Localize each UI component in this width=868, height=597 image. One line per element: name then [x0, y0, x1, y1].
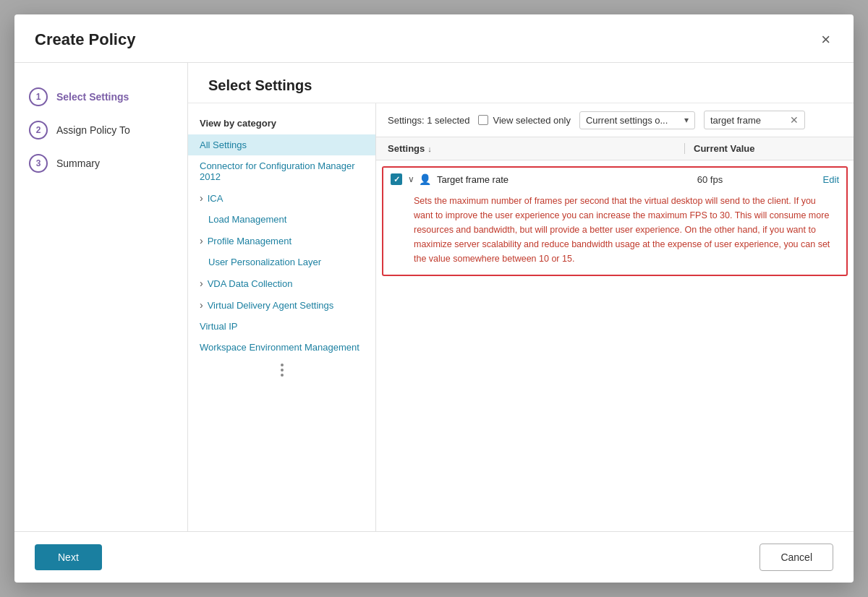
- content-title: Select Settings: [208, 77, 312, 93]
- search-value: target frame: [710, 115, 786, 126]
- vda-data-label: VDA Data Collection: [208, 278, 293, 289]
- setting-name: Target frame rate: [437, 174, 689, 185]
- settings-table: Settings ↓ Current Value: [376, 137, 854, 531]
- sort-arrow-icon[interactable]: ↓: [427, 145, 432, 153]
- virtual-ip-label: Virtual IP: [200, 321, 238, 332]
- dot-2: [281, 369, 284, 371]
- view-selected-toggle[interactable]: View selected only: [478, 115, 570, 126]
- filter-dropdown[interactable]: Current settings o... ▾: [579, 111, 695, 129]
- view-selected-text: View selected only: [493, 115, 570, 126]
- category-workspace-env[interactable]: Workspace Environment Management: [188, 337, 375, 358]
- row-expand-icon[interactable]: ∨: [408, 174, 414, 184]
- category-panel: View by category All Settings Connector …: [188, 103, 376, 531]
- col-settings-label: Settings: [388, 143, 425, 154]
- modal-body: 1 Select Settings 2 Assign Policy To 3 S…: [14, 63, 854, 531]
- close-button[interactable]: ×: [818, 29, 833, 51]
- row-checkbox[interactable]: [391, 173, 402, 185]
- dropdown-text: Current settings o...: [586, 115, 668, 126]
- category-header-label: View by category: [188, 112, 375, 134]
- category-load-management[interactable]: Load Management: [188, 209, 375, 230]
- settings-count: Settings: 1 selected: [388, 115, 469, 126]
- profile-management-label: Profile Management: [208, 236, 292, 246]
- main-content: Select Settings View by category All Set…: [188, 63, 854, 531]
- view-selected-checkbox[interactable]: [478, 115, 488, 125]
- category-all-settings[interactable]: All Settings: [188, 134, 375, 155]
- step-1-circle: 1: [29, 87, 48, 106]
- ica-label: ICA: [208, 193, 224, 204]
- dropdown-arrow-icon: ▾: [684, 115, 689, 125]
- step-2-label: Assign Policy To: [56, 124, 130, 136]
- category-vda-data[interactable]: VDA Data Collection: [188, 272, 375, 294]
- setting-value: 60 fps: [689, 174, 823, 185]
- category-vda-settings[interactable]: Virtual Delivery Agent Settings: [188, 294, 375, 316]
- cancel-button[interactable]: Cancel: [760, 544, 833, 571]
- step-1-label: Select Settings: [56, 91, 129, 103]
- col-settings-header: Settings ↓: [388, 143, 684, 154]
- step-3-circle: 3: [29, 154, 48, 173]
- step-3-label: Summary: [56, 158, 100, 169]
- col-value-header: Current Value: [684, 143, 842, 154]
- person-icon: 👤: [419, 173, 431, 185]
- settings-panel: Settings: 1 selected View selected only …: [376, 103, 854, 531]
- step-2-circle: 2: [29, 121, 48, 139]
- create-policy-modal: Create Policy × 1 Select Settings 2 Assi…: [14, 14, 854, 583]
- setting-row-target-frame: ∨ 👤 Target frame rate 60 fps Edit Sets t…: [382, 166, 848, 276]
- modal-header: Create Policy ×: [14, 14, 854, 63]
- step-summary[interactable]: 3 Summary: [14, 147, 187, 180]
- col-value-label: Current Value: [694, 143, 755, 154]
- workspace-env-label: Workspace Environment Management: [200, 342, 359, 353]
- search-box[interactable]: target frame ✕: [704, 111, 805, 129]
- category-profile-management[interactable]: Profile Management: [188, 230, 375, 252]
- modal-footer: Next Cancel: [14, 531, 854, 583]
- modal-title: Create Policy: [35, 30, 135, 49]
- category-virtual-ip[interactable]: Virtual IP: [188, 316, 375, 337]
- vertical-dots-menu[interactable]: [188, 358, 375, 382]
- connector-label: Connector for Configuration Manager 2012: [200, 160, 364, 182]
- sidebar: 1 Select Settings 2 Assign Policy To 3 S…: [14, 63, 188, 531]
- vda-settings-label: Virtual Delivery Agent Settings: [208, 300, 334, 311]
- step-assign-policy[interactable]: 2 Assign Policy To: [14, 113, 187, 147]
- table-header: Settings ↓ Current Value: [376, 137, 854, 160]
- next-button[interactable]: Next: [35, 544, 102, 570]
- search-clear-icon[interactable]: ✕: [790, 114, 799, 126]
- dot-3: [281, 374, 284, 377]
- edit-link[interactable]: Edit: [823, 174, 839, 185]
- category-user-personalization[interactable]: User Personalization Layer: [188, 252, 375, 272]
- user-personalization-label: User Personalization Layer: [208, 257, 321, 267]
- setting-row-main: ∨ 👤 Target frame rate 60 fps Edit: [383, 168, 846, 191]
- category-connector[interactable]: Connector for Configuration Manager 2012: [188, 155, 375, 187]
- setting-description: Sets the maximum number of frames per se…: [383, 191, 846, 275]
- settings-toolbar: Settings: 1 selected View selected only …: [376, 103, 854, 137]
- dot-1: [281, 364, 284, 366]
- step-select-settings[interactable]: 1 Select Settings: [14, 80, 187, 113]
- content-header: Select Settings: [188, 63, 854, 103]
- load-management-label: Load Management: [208, 214, 286, 225]
- content-area: View by category All Settings Connector …: [188, 103, 854, 531]
- category-ica[interactable]: ICA: [188, 187, 375, 209]
- all-settings-label: All Settings: [200, 139, 247, 150]
